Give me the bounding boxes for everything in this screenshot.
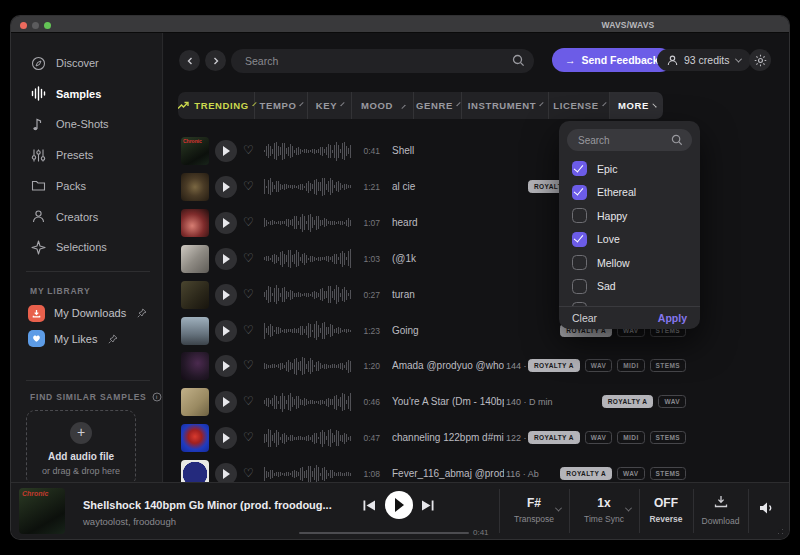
mood-search-input[interactable] <box>578 129 673 151</box>
waveform[interactable] <box>264 456 356 482</box>
waveform[interactable] <box>264 420 356 456</box>
waveform[interactable] <box>264 205 356 241</box>
track-title[interactable]: Shell <box>392 145 504 156</box>
sidebar-item-one-shots[interactable]: One-Shots <box>11 111 162 137</box>
filter-tempo[interactable]: TEMPO <box>254 92 307 119</box>
player-play-button[interactable] <box>385 491 413 519</box>
waveform[interactable] <box>264 313 356 349</box>
checkbox[interactable] <box>572 232 587 247</box>
filter-key[interactable]: KEY <box>307 92 351 119</box>
sidebar-item-packs[interactable]: Packs <box>11 173 162 199</box>
filter-more[interactable]: MORE <box>609 92 663 119</box>
mood-option-mellow[interactable]: Mellow <box>559 251 700 275</box>
album-art[interactable] <box>181 352 209 380</box>
mood-option-s[interactable]: S <box>559 298 700 306</box>
forward-button[interactable] <box>205 50 226 71</box>
checkbox[interactable] <box>572 255 587 270</box>
filter-mood[interactable]: MOOD <box>351 92 413 119</box>
apply-button[interactable]: Apply <box>658 312 687 324</box>
album-art[interactable] <box>181 388 209 416</box>
sidebar-item-creators[interactable]: Creators <box>11 204 162 230</box>
waveform[interactable] <box>264 241 356 277</box>
close-window-icon[interactable] <box>20 22 27 29</box>
filter-genre[interactable]: GENRE <box>413 92 461 119</box>
player-track-artist[interactable]: waytoolost, froodough <box>83 516 176 527</box>
sidebar-item-samples[interactable]: Samples <box>11 81 162 107</box>
pin-icon[interactable] <box>108 334 118 344</box>
mood-option-ethereal[interactable]: Ethereal <box>559 181 700 205</box>
mood-option-epic[interactable]: Epic <box>559 157 700 181</box>
volume-icon[interactable] <box>759 501 775 518</box>
previous-track-icon[interactable] <box>363 499 376 514</box>
album-art[interactable] <box>181 317 209 345</box>
like-heart-icon[interactable]: ♡ <box>243 287 254 301</box>
checkbox[interactable] <box>572 279 587 294</box>
track-row[interactable]: ♡ 0:47 channeling 122bpm d#min... 122 · … <box>164 420 789 456</box>
filter-instrument[interactable]: INSTRUMENT <box>461 92 548 119</box>
track-title[interactable]: Going <box>392 325 504 336</box>
settings-gear-icon[interactable] <box>749 49 771 71</box>
checkbox[interactable] <box>572 161 587 176</box>
reverse-control[interactable]: OFF Reverse <box>639 483 693 539</box>
track-row[interactable]: ♡ 0:46 You're A Star (Dm - 140bp... 140 … <box>164 384 789 420</box>
search-input[interactable] <box>245 49 505 73</box>
minimize-window-icon[interactable] <box>32 22 39 29</box>
credits-menu[interactable]: 93 credits <box>657 49 751 71</box>
track-row[interactable]: ♡ 1:20 Amada @prodyuo @whotfi... 144 · E… <box>164 348 789 384</box>
track-title[interactable]: Fever_116_abmaj @prod.m... <box>392 468 504 479</box>
like-heart-icon[interactable]: ♡ <box>243 358 254 372</box>
waveform[interactable] <box>264 384 356 420</box>
like-heart-icon[interactable]: ♡ <box>243 179 254 193</box>
album-art[interactable] <box>181 245 209 273</box>
track-row[interactable]: ♡ 1:08 Fever_116_abmaj @prod.m... 116 · … <box>164 456 789 482</box>
track-title[interactable]: heard <box>392 217 504 228</box>
checkbox[interactable] <box>572 208 587 223</box>
like-heart-icon[interactable]: ♡ <box>243 215 254 229</box>
like-heart-icon[interactable]: ♡ <box>243 323 254 337</box>
waveform[interactable] <box>264 169 356 205</box>
pin-icon[interactable] <box>137 308 147 318</box>
mood-option-happy[interactable]: Happy <box>559 204 700 228</box>
like-heart-icon[interactable]: ♡ <box>243 466 254 480</box>
add-audio-dropzone[interactable]: + Add audio file or drag & drop here <box>26 410 136 486</box>
waveform[interactable] <box>264 348 356 384</box>
play-button[interactable] <box>215 463 237 482</box>
zoom-window-icon[interactable] <box>44 22 51 29</box>
play-button[interactable] <box>215 391 237 413</box>
clear-button[interactable]: Clear <box>572 312 597 324</box>
back-button[interactable] <box>179 50 200 71</box>
sidebar-item-presets[interactable]: Presets <box>11 142 162 168</box>
checkbox[interactable] <box>572 185 587 200</box>
mood-option-love[interactable]: Love <box>559 228 700 252</box>
library-item-my-downloads[interactable]: My Downloads <box>11 301 162 325</box>
send-feedback-button[interactable]: → Send Feedback <box>552 48 672 72</box>
resize-handle[interactable] <box>775 526 783 534</box>
time-sync-control[interactable]: 1x Time Sync <box>569 483 639 539</box>
track-title[interactable]: al cie <box>392 181 504 192</box>
sidebar-item-selections[interactable]: Selections <box>11 234 162 260</box>
like-heart-icon[interactable]: ♡ <box>243 143 254 157</box>
download-control[interactable]: Download <box>693 483 748 539</box>
window-titlebar[interactable]: WAVS/WAVS <box>11 16 789 33</box>
play-button[interactable] <box>215 212 237 234</box>
play-button[interactable] <box>215 320 237 342</box>
next-track-icon[interactable] <box>421 499 434 514</box>
play-button[interactable] <box>215 427 237 449</box>
track-title[interactable]: Amada @prodyuo @whotfi... <box>392 360 504 371</box>
seek-bar[interactable] <box>299 532 469 534</box>
sidebar-item-discover[interactable]: Discover <box>11 50 162 76</box>
track-title[interactable]: You're A Star (Dm - 140bp... <box>392 396 504 407</box>
waveform[interactable] <box>264 133 356 169</box>
play-button[interactable] <box>215 248 237 270</box>
album-art[interactable] <box>181 424 209 452</box>
waveform[interactable] <box>264 277 356 313</box>
track-title[interactable]: channeling 122bpm d#min... <box>392 432 504 443</box>
album-art[interactable] <box>181 460 209 482</box>
album-art[interactable] <box>181 281 209 309</box>
like-heart-icon[interactable]: ♡ <box>243 251 254 265</box>
album-art[interactable] <box>181 173 209 201</box>
like-heart-icon[interactable]: ♡ <box>243 430 254 444</box>
plus-icon[interactable]: + <box>70 422 92 444</box>
like-heart-icon[interactable]: ♡ <box>243 394 254 408</box>
transpose-control[interactable]: F# Transpose <box>499 483 569 539</box>
